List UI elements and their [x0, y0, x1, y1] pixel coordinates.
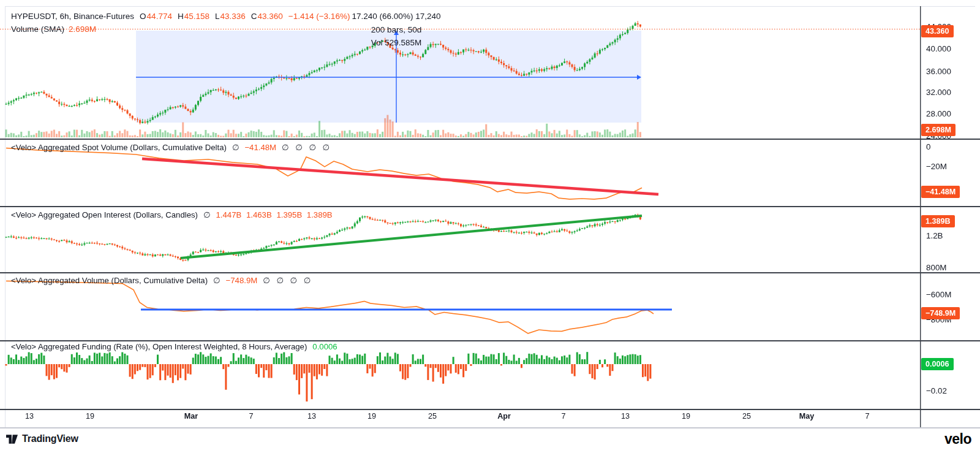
- time-scale-label: 13: [298, 412, 325, 421]
- time-scale-label: May: [793, 412, 820, 421]
- close-label: C: [251, 12, 257, 21]
- time-scale-label: 7: [550, 412, 577, 421]
- price-scale-badge: 0.0006: [921, 358, 954, 370]
- high-label: H: [178, 12, 184, 21]
- stat-null-icons: ∅ ∅ ∅ ∅: [263, 276, 311, 285]
- tradingview-logo-text: TradingView: [22, 433, 78, 444]
- low-value: 43.336: [220, 12, 245, 21]
- volume-sma-label[interactable]: Volume (SMA): [11, 25, 64, 34]
- open-label: O: [140, 12, 146, 21]
- price-scale-badge: −41.48M: [921, 186, 960, 198]
- indicator-title[interactable]: <Velo> Aggregated Open Interest (Dollars…: [11, 210, 198, 219]
- time-scale-label: 25: [733, 412, 760, 421]
- time-scale-label: 19: [358, 412, 385, 421]
- price-scale-label: 36.000: [926, 67, 951, 77]
- low-label: L: [215, 12, 220, 21]
- measurement-price-range: 17.240 (66.00%) 17,240: [280, 10, 513, 23]
- price-scale-label: −20M: [926, 162, 947, 172]
- price-scale-label: −600M: [926, 290, 951, 300]
- stat-null-icon: ∅: [203, 210, 211, 219]
- indicator-value: 0.0006: [312, 342, 337, 351]
- price-scale-label: 32.000: [926, 88, 951, 97]
- tradingview-logo[interactable]: TradingView: [6, 433, 78, 444]
- indicator-value: −41.48M: [244, 143, 276, 152]
- tradingview-mark-icon: [6, 435, 18, 444]
- time-scale-label: Mar: [178, 412, 205, 421]
- indicator-ohlc-values: 1.447B 1.463B 1.395B 1.389B: [216, 210, 332, 219]
- close-value: 43.360: [258, 12, 283, 21]
- time-scale-label: 7: [238, 412, 265, 421]
- pane-legend-spot-volume[interactable]: <Velo> Aggregated Spot Volume (Dollars, …: [11, 143, 330, 152]
- measurement-volume: Vol 529.585M: [280, 36, 513, 50]
- time-scale-label: 7: [854, 412, 881, 421]
- time-scale-label: 25: [419, 412, 446, 421]
- price-scale-label: 800M: [926, 263, 947, 273]
- tradingview-chart-app: HYPEUSDT, 6h, Binance-FuturesO44.774H45.…: [0, 0, 980, 453]
- time-scale-label: 19: [77, 412, 104, 421]
- indicator-title[interactable]: <Velo> Aggregated Volume (Dollars, Cumul…: [11, 276, 208, 285]
- price-scale-badge: 2.698M: [921, 124, 956, 136]
- price-scale-badge: 1.389B: [921, 215, 955, 227]
- pane-legend-open-interest[interactable]: <Velo> Aggregated Open Interest (Dollars…: [11, 210, 333, 219]
- stat-null-icon: ∅: [232, 143, 239, 152]
- open-value: 44.774: [147, 12, 172, 21]
- price-scale-label: 1.2B: [926, 231, 943, 241]
- time-scale-label: 13: [16, 412, 43, 421]
- time-scale-label: 19: [673, 412, 699, 421]
- footer-bar: TradingView velo: [0, 428, 980, 453]
- indicator-value: −748.9M: [226, 276, 258, 285]
- indicator-title[interactable]: <Velo> Aggregated Funding (Rate (%), Ope…: [11, 342, 307, 351]
- price-scale-badge: 43.360: [921, 25, 954, 37]
- velo-logo[interactable]: velo: [944, 431, 971, 447]
- price-scale-badge: −748.9M: [921, 307, 960, 319]
- symbol-title[interactable]: HYPEUSDT, 6h, Binance-Futures: [11, 12, 134, 21]
- measurement-tooltip: 17.240 (66.00%) 17,240 200 bars, 50d Vol…: [280, 10, 513, 50]
- stat-null-icon: ∅: [213, 276, 221, 285]
- time-scale-label: Apr: [491, 412, 518, 421]
- price-scale-label: 28.000: [926, 109, 951, 119]
- measurement-bar-count: 200 bars, 50d: [280, 23, 513, 37]
- indicator-title[interactable]: <Velo> Aggregated Spot Volume (Dollars, …: [11, 143, 227, 152]
- price-scale-label: −0.02: [926, 386, 947, 396]
- pane-legend-funding[interactable]: <Velo> Aggregated Funding (Rate (%), Ope…: [11, 342, 337, 351]
- time-scale-label: 13: [612, 412, 639, 421]
- price-scale-label: 0: [926, 142, 930, 152]
- volume-sma-value: 2.698M: [69, 25, 96, 34]
- high-value: 45.158: [184, 12, 209, 21]
- stat-null-icons: ∅ ∅ ∅ ∅: [282, 143, 330, 152]
- price-scale-label: 40.000: [926, 44, 951, 54]
- pane-legend-volume-delta[interactable]: <Velo> Aggregated Volume (Dollars, Cumul…: [11, 276, 311, 285]
